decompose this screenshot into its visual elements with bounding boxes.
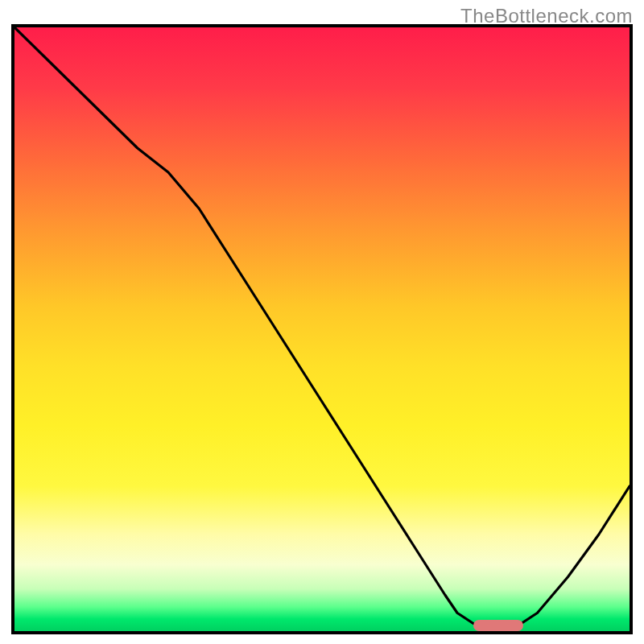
chart-area <box>11 24 633 634</box>
optimal-range-marker <box>473 620 523 631</box>
bottleneck-curve <box>14 27 630 631</box>
